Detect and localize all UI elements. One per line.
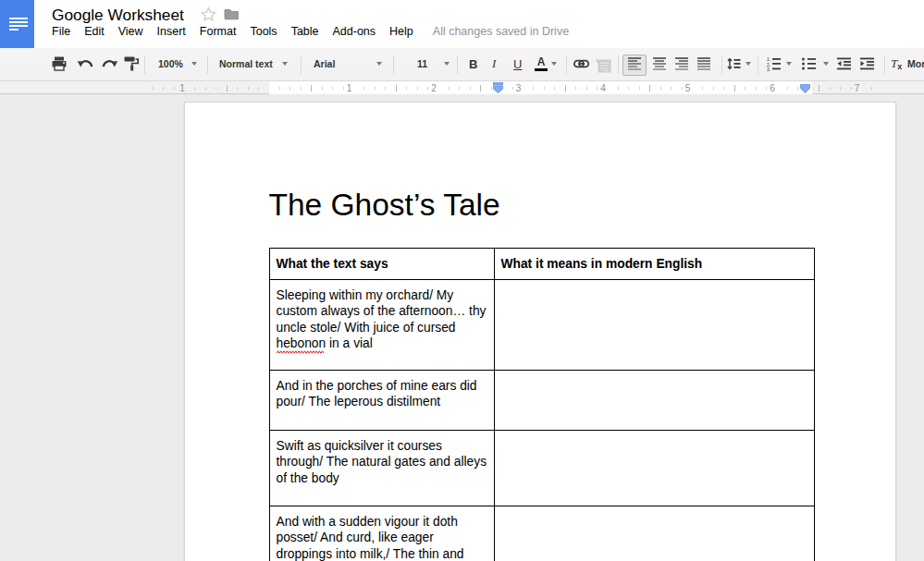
- svg-text:3.: 3.: [767, 67, 770, 71]
